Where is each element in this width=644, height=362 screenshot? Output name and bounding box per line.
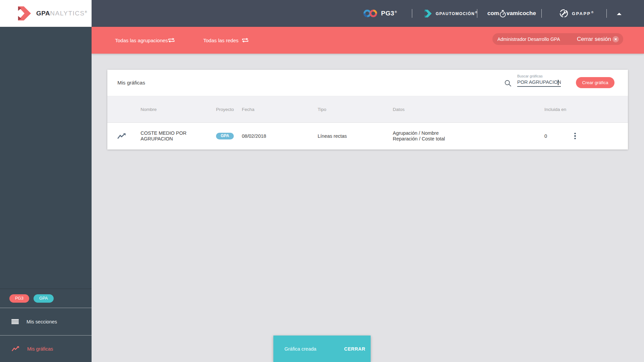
page-title: Mis gráficas — [117, 80, 145, 86]
search-field-label: Buscar gráficas — [517, 74, 561, 78]
app-switch-gpapp[interactable]: GPAPP® — [559, 0, 594, 27]
stopwatch-icon — [499, 10, 506, 18]
sidebar-bottom-panel: PG3 GPA Mis secciones Mis gráficas — [0, 289, 92, 362]
table-row[interactable]: COSTE MEDIO POR AGRUPACION GPA 08/02/201… — [107, 123, 628, 149]
networks-filter-label: Todas las redes — [203, 38, 238, 43]
sidebar-item-mis-secciones[interactable]: Mis secciones — [0, 308, 92, 335]
app-switch-gpautomocion[interactable]: GPAUTOMOCIÓN® — [424, 0, 478, 27]
logout-close-icon[interactable]: ✕ — [612, 36, 619, 42]
swap-networks-icon[interactable] — [241, 37, 249, 43]
sidebar: GPANALYTICS® PG3 GPA Mis secciones Mis g… — [0, 0, 92, 362]
menu-icon — [11, 319, 19, 324]
column-header-datos: Datos — [393, 107, 405, 112]
snackbar-close-button[interactable]: CERRAR — [344, 346, 365, 352]
snackbar-message: Gráfica creada — [284, 346, 316, 352]
card-header: Mis gráficas Buscar gráficas Crear gráfi… — [107, 70, 628, 96]
user-session-pill: Administrador Desarrollo GPA Cerrar sesi… — [492, 33, 623, 45]
sidebar-item-label: Mis secciones — [26, 319, 57, 324]
comprovamicoche-suffix: vamicoche — [506, 10, 536, 17]
swap-groupings-icon[interactable] — [168, 37, 175, 43]
my-charts-card: Mis gráficas Buscar gráficas Crear gráfi… — [107, 70, 628, 149]
chart-date: 08/02/2018 — [242, 133, 266, 139]
filter-bar: Todas las agrupaciones Todas las redes A… — [92, 27, 644, 54]
header-divider — [541, 9, 542, 18]
pg3-label: PG3® — [381, 10, 397, 17]
create-chart-button[interactable]: Crear gráfica — [576, 77, 614, 88]
app-switch-pg3[interactable]: PG3® — [363, 0, 397, 27]
logout-button[interactable]: Cerrar sesión — [577, 36, 611, 43]
app-switch-comprovamicoche[interactable]: com vamicoche — [487, 0, 536, 27]
search-field: Buscar gráficas — [517, 74, 561, 87]
gpautomocion-arrow-icon — [424, 9, 433, 18]
sidebar-item-label: Mis gráficas — [27, 346, 53, 352]
badge-gpa[interactable]: GPA — [34, 294, 53, 303]
sidebar-badges: PG3 GPA — [0, 289, 92, 308]
gpapp-label: GPAPP® — [572, 11, 594, 16]
chart-type: Líneas rectas — [318, 133, 347, 139]
gpanalytics-logo[interactable]: GPANALYTICS® — [0, 0, 92, 27]
gpapp-wrench-icon — [559, 8, 569, 18]
pg3-infinity-icon — [363, 9, 378, 18]
included-in-count: 0 — [544, 133, 547, 139]
gpanalytics-arrow-icon — [16, 6, 33, 21]
column-header-proyecto: Proyecto — [216, 107, 234, 112]
column-header-incluida: Incluida en — [544, 107, 566, 112]
header-divider — [412, 9, 412, 18]
search-underline — [517, 86, 561, 87]
chart-name: COSTE MEDIO POR AGRUPACION — [141, 130, 186, 142]
row-actions-menu-icon[interactable] — [574, 133, 576, 139]
chart-data-fields: Agrupación / Nombre Reparación / Coste t… — [393, 130, 445, 142]
gpanalytics-label: GPANALYTICS® — [36, 10, 87, 17]
column-header-fecha: Fecha — [242, 107, 255, 112]
chevron-up-icon[interactable] — [617, 13, 622, 15]
groupings-filter-label: Todas las agrupaciones — [115, 38, 168, 43]
table-header: Nombre Proyecto Fecha Tipo Datos Incluid… — [107, 96, 628, 123]
column-header-tipo: Tipo — [318, 107, 326, 112]
badge-pg3[interactable]: PG3 — [9, 294, 29, 303]
gpautomocion-label: GPAUTOMOCIÓN® — [436, 11, 478, 16]
text-caret — [558, 80, 558, 85]
column-header-nombre: Nombre — [141, 107, 157, 112]
sidebar-item-mis-graficas[interactable]: Mis gráficas — [0, 335, 92, 362]
header-divider — [477, 9, 477, 18]
user-name: Administrador Desarrollo GPA — [497, 37, 560, 42]
snackbar: Gráfica creada CERRAR — [273, 336, 371, 362]
comprovamicoche-prefix: com — [487, 10, 499, 17]
header-divider — [606, 9, 607, 18]
line-chart-icon — [11, 346, 19, 352]
project-badge: GPA — [216, 133, 234, 139]
app-header: PG3® GPAUTOMOCIÓN® com vamicoche GPAPP® — [0, 0, 644, 27]
line-chart-icon — [117, 132, 126, 139]
search-input[interactable] — [517, 79, 561, 85]
search-icon[interactable] — [504, 79, 512, 87]
